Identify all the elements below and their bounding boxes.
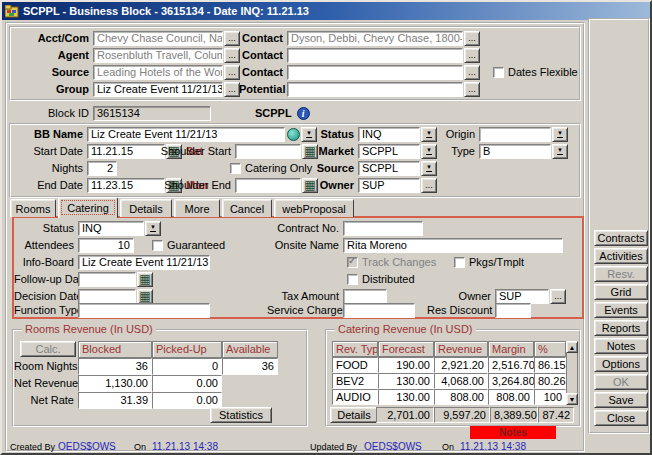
status-field[interactable]: INQ <box>358 127 420 142</box>
scroll-down-button[interactable]: ▼ <box>566 393 578 405</box>
contract-no-field[interactable] <box>343 221 423 236</box>
contact3-field[interactable] <box>287 65 463 80</box>
reports-button[interactable]: Reports <box>594 320 648 336</box>
events-button[interactable]: Events <box>594 302 648 318</box>
button-label: Save <box>608 394 633 406</box>
catering-owner-lov-button[interactable]: ... <box>550 289 566 304</box>
tab-rooms[interactable]: Rooms <box>10 199 56 217</box>
catering-status-dropdown-button[interactable]: ▼ <box>145 221 161 236</box>
type-dropdown-button[interactable]: ▼ <box>552 144 568 159</box>
options-button[interactable]: Options <box>594 356 648 372</box>
save-button[interactable]: Save <box>594 392 648 408</box>
followup-date-field[interactable] <box>78 272 136 287</box>
tab-label: webProposal <box>282 203 346 215</box>
agent-label: Agent <box>11 49 93 61</box>
ellipsis-icon: ... <box>228 33 236 43</box>
tab-webproposal[interactable]: webProposal <box>274 199 354 217</box>
notes-banner[interactable]: Notes <box>470 426 556 439</box>
acct-com-field[interactable]: Chevy Chase Council, Naples, <box>93 31 223 46</box>
dates-flexible-checkbox[interactable] <box>493 67 504 78</box>
bb-name-field[interactable]: Liz Create Event 11/21/13 <box>87 127 285 142</box>
bb-source-field[interactable]: SCPPL <box>358 161 420 176</box>
function-type-field[interactable] <box>78 303 210 318</box>
owner-lov-button[interactable]: ... <box>421 178 437 193</box>
details-button[interactable]: Details <box>330 407 378 423</box>
table-scrollbar[interactable]: ▲ ▼ <box>566 341 578 405</box>
contact3-label: Contact <box>239 66 287 78</box>
status-label: Status <box>308 128 358 140</box>
pkgs-tmplt-checkbox[interactable] <box>454 257 465 268</box>
close-button[interactable]: Close <box>594 410 648 426</box>
guaranteed-checkbox[interactable] <box>152 240 163 251</box>
shoulder-start-field[interactable] <box>235 144 301 159</box>
origin-dropdown-button[interactable]: ▼ <box>552 127 568 142</box>
globe-icon[interactable] <box>287 128 300 141</box>
contact1-lov-button[interactable]: ... <box>464 31 480 46</box>
origin-field[interactable] <box>479 127 551 142</box>
bb-source-dropdown-button[interactable]: ▼ <box>421 161 437 176</box>
cell-margin: 3,264.80 <box>488 373 534 389</box>
ellipsis-icon: ... <box>228 50 236 60</box>
created-on-value: 11.21.13 14:38 <box>152 441 218 452</box>
potential-lov-button[interactable]: ... <box>464 82 480 97</box>
pkgs-tmplt-label: Pkgs/Tmplt <box>465 256 524 268</box>
ellipsis-icon: ... <box>228 67 236 77</box>
notes-button[interactable]: Notes <box>594 338 648 354</box>
contact1-field[interactable]: Dyson, Debbi, Chevy Chase, 1800-123- <box>287 31 463 46</box>
source-field[interactable]: Leading Hotels of the World, Naples, <box>93 65 223 80</box>
nights-field[interactable]: 2 <box>87 161 117 176</box>
shoulder-end-field[interactable] <box>235 178 301 193</box>
tab-cancel[interactable]: Cancel <box>222 199 272 217</box>
business-block-window: SCPPL - Business Block - 3615134 - Date … <box>0 0 652 455</box>
agent-lov-button[interactable]: ... <box>224 48 240 63</box>
button-label: Activities <box>599 250 642 262</box>
market-field[interactable]: SCPPL <box>358 144 420 159</box>
source-lov-button[interactable]: ... <box>224 65 240 80</box>
catering-status-field[interactable]: INQ <box>78 221 144 236</box>
cat-col-type: Rev. Type <box>332 341 378 357</box>
button-label: Notes <box>607 340 636 352</box>
contact2-field[interactable] <box>287 48 463 63</box>
statistics-button[interactable]: Statistics <box>210 407 272 423</box>
cell-type: FOOD <box>332 357 378 373</box>
potential-label: Potential <box>239 83 287 95</box>
owner-field[interactable]: SUP <box>358 178 420 193</box>
contact2-label: Contact <box>239 49 287 61</box>
attendees-field[interactable]: 10 <box>78 238 134 253</box>
group-field[interactable]: Liz Create Event 11/21/13 <box>93 82 223 97</box>
type-field[interactable]: B <box>479 144 551 159</box>
tab-more[interactable]: More <box>174 199 220 217</box>
guaranteed-label: Guaranteed <box>163 239 225 251</box>
distributed-checkbox[interactable] <box>347 274 358 285</box>
contracts-button[interactable]: Contracts <box>594 230 648 246</box>
contact2-lov-button[interactable]: ... <box>464 48 480 63</box>
cell-available: 36 <box>222 358 278 375</box>
shoulder-start-label: Shoulder Start <box>152 145 235 157</box>
contact3-lov-button[interactable]: ... <box>464 65 480 80</box>
calc-button[interactable]: Calc. <box>20 341 76 357</box>
tab-catering[interactable]: Catering <box>58 197 118 218</box>
info-icon[interactable]: i <box>297 107 310 120</box>
agent-field[interactable]: Rosenbluth Travell, Columbia, 1800-r <box>93 48 223 63</box>
scroll-up-button[interactable]: ▲ <box>566 341 578 353</box>
button-label: Grid <box>611 286 632 298</box>
tab-details[interactable]: Details <box>120 199 172 217</box>
catering-only-checkbox[interactable] <box>230 163 241 174</box>
cat-col-revenue: Revenue <box>434 341 488 357</box>
service-charge-field[interactable] <box>343 303 415 318</box>
activities-button[interactable]: Activities <box>594 248 648 264</box>
followup-calendar-button[interactable]: ▦ <box>137 272 153 287</box>
row-label: Net Rate <box>14 392 78 409</box>
dropdown-icon: ▼ <box>426 165 432 172</box>
group-lov-button[interactable]: ... <box>224 82 240 97</box>
info-board-field[interactable]: Liz Create Event 11/21/13 <box>78 255 210 270</box>
shoulder-end-label: Shoulder End <box>152 179 235 191</box>
table-row: AUDIO 130.00 808.00 808.00 100 <box>332 389 566 405</box>
grid-button[interactable]: Grid <box>594 284 648 300</box>
res-discount-field[interactable] <box>495 303 531 318</box>
potential-field[interactable] <box>287 82 463 97</box>
onsite-name-field[interactable]: Rita Moreno <box>343 238 563 253</box>
cell-revenue: 808.00 <box>434 389 488 405</box>
dates-flexible-label: Dates Flexible <box>504 66 578 78</box>
acct-com-lov-button[interactable]: ... <box>224 31 240 46</box>
